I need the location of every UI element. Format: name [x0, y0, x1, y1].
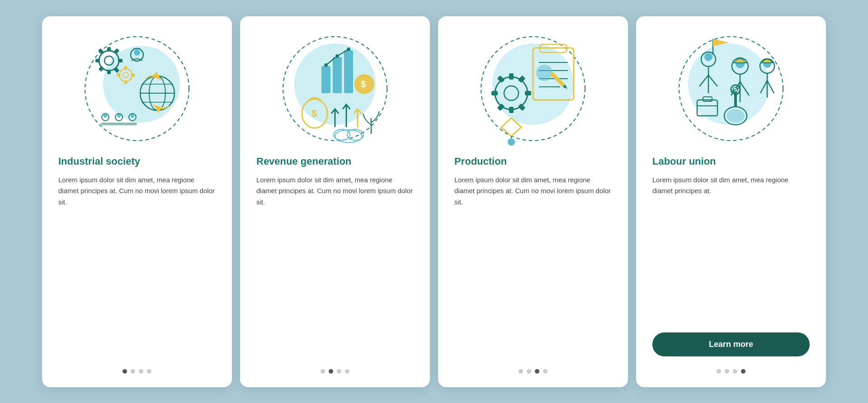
- card-title-labour: Labour union: [652, 156, 810, 167]
- dot-4: [345, 369, 349, 374]
- card-revenue-generation: $ $: [240, 16, 430, 387]
- dot-1: [123, 369, 127, 374]
- illustration-labour-union: [672, 30, 790, 147]
- svg-rect-65: [509, 73, 514, 80]
- svg-point-38: [335, 54, 339, 58]
- card-labour-union: Labour union Lorem ipsum dolor sit dim a…: [636, 16, 826, 387]
- card-industrial-society: Industrial society Lorem ipsum dolor sit…: [42, 16, 232, 387]
- svg-rect-9: [107, 47, 111, 52]
- svg-point-27: [104, 114, 107, 118]
- svg-rect-35: [333, 57, 342, 93]
- dot-3: [139, 369, 143, 374]
- svg-text:$: $: [311, 108, 317, 119]
- card-text-production: Lorem ipsum dolor sit dim amet, mea regi…: [454, 175, 612, 356]
- dot-4: [147, 369, 151, 374]
- card-production: Production Lorem ipsum dolor sit dim ame…: [438, 16, 628, 387]
- svg-point-37: [324, 63, 328, 67]
- svg-point-29: [117, 114, 121, 118]
- dot-1: [321, 369, 325, 374]
- svg-rect-25: [101, 123, 137, 125]
- dots-labour: [717, 369, 745, 374]
- dot-2: [131, 369, 135, 374]
- card-title-revenue: Revenue generation: [256, 156, 414, 167]
- svg-point-39: [347, 47, 350, 51]
- card-text-industrial: Lorem ipsum dolor sit dim amet, mea regi…: [58, 175, 216, 356]
- svg-rect-11: [118, 59, 123, 62]
- dot-2: [329, 369, 333, 374]
- illustration-revenue: $ $: [276, 30, 394, 147]
- svg-rect-34: [321, 66, 330, 93]
- dots-revenue: [321, 369, 349, 374]
- svg-rect-14: [99, 66, 104, 71]
- card-title-industrial: Industrial society: [58, 156, 216, 167]
- learn-more-button[interactable]: Learn more: [652, 332, 810, 356]
- card-title-production: Production: [454, 156, 612, 167]
- dot-3: [535, 369, 539, 374]
- svg-rect-19: [124, 66, 127, 70]
- svg-text:$: $: [361, 79, 366, 89]
- svg-rect-10: [107, 70, 111, 74]
- cards-container: Industrial society Lorem ipsum dolor sit…: [28, 3, 840, 401]
- svg-rect-21: [131, 74, 135, 76]
- svg-point-101: [726, 109, 745, 123]
- dot-4: [741, 369, 745, 374]
- svg-rect-12: [95, 59, 100, 62]
- dot-3: [733, 369, 737, 374]
- svg-rect-36: [344, 50, 353, 93]
- svg-rect-20: [124, 81, 127, 84]
- svg-point-74: [508, 138, 515, 146]
- illustration-production: [474, 30, 592, 147]
- dot-2: [527, 369, 531, 374]
- dot-1: [717, 369, 721, 374]
- dots-industrial: [123, 369, 151, 374]
- svg-rect-22: [117, 74, 120, 76]
- svg-point-79: [704, 53, 712, 61]
- svg-rect-66: [509, 107, 514, 113]
- card-text-revenue: Lorem ipsum dolor sit dim amet, mea regi…: [256, 175, 414, 356]
- dot-3: [337, 369, 341, 374]
- svg-rect-67: [525, 91, 531, 95]
- illustration-industrial-society: [78, 30, 196, 147]
- dot-2: [725, 369, 729, 374]
- svg-point-24: [134, 49, 140, 56]
- svg-rect-68: [491, 91, 498, 95]
- svg-point-60: [536, 65, 552, 81]
- card-text-labour: Lorem ipsum dolor sit dim amet, mea regi…: [652, 175, 810, 322]
- dot-1: [519, 369, 523, 374]
- dot-4: [543, 369, 547, 374]
- dots-production: [519, 369, 547, 374]
- svg-point-31: [131, 114, 134, 118]
